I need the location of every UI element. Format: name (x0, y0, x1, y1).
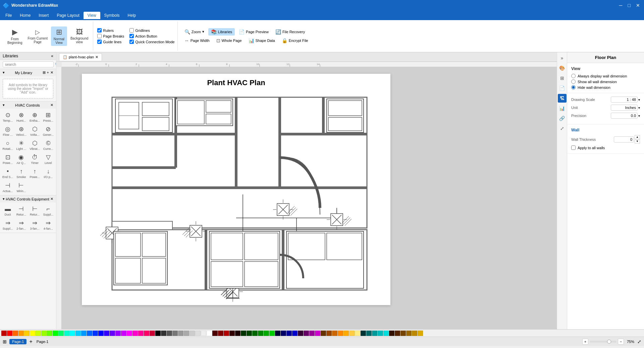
color-swatch[interactable] (172, 331, 178, 336)
color-swatch[interactable] (332, 331, 337, 336)
color-swatch[interactable] (93, 331, 98, 336)
color-swatch[interactable] (41, 331, 47, 336)
symbol-temp[interactable]: ⊙Temp... (1, 110, 14, 123)
checkbox-quick-connection[interactable]: Quick Connection Mode (129, 40, 174, 44)
color-swatch[interactable] (87, 331, 92, 336)
color-swatch[interactable] (235, 331, 240, 336)
right-icon-link[interactable]: 🔗 (558, 114, 567, 123)
color-swatch[interactable] (286, 331, 292, 336)
color-swatch[interactable] (13, 331, 18, 336)
symbol-return2[interactable]: ⊢Retur... (29, 204, 41, 217)
radio-hide[interactable]: Hide wall dimension (571, 85, 640, 90)
my-library-header[interactable]: ▾ My Library ⊞ + ✕ (0, 69, 56, 76)
ribbon-btn-from-beginning[interactable]: ▶ FromBeginning (5, 26, 24, 46)
color-swatch[interactable] (309, 331, 315, 336)
menu-insert[interactable]: Insert (35, 12, 53, 19)
minimize-btn[interactable]: ─ (618, 3, 624, 8)
ribbon-btn-background-view[interactable]: 🖼 Backgroundview (68, 27, 90, 45)
symbol-return1[interactable]: ⊣Retur... (15, 204, 28, 217)
color-swatch[interactable] (406, 331, 412, 336)
apply-to-all-walls-checkbox[interactable]: Apply to all walls (571, 146, 640, 150)
symbol-iop[interactable]: ↓I/O p... (42, 166, 55, 180)
ribbon-btn-from-current[interactable]: ▷ From CurrentPage (25, 27, 49, 45)
color-swatch[interactable] (349, 331, 355, 336)
close-btn[interactable]: ✕ (635, 3, 641, 8)
color-swatch[interactable] (275, 331, 280, 336)
symbol-duct[interactable]: ▬Duct (1, 204, 14, 217)
zoom-in-btn[interactable]: + (582, 339, 588, 345)
symbol-light[interactable]: ✳Light ... (15, 138, 28, 152)
canvas-area[interactable]: 📋 plant-hvac-plan ✕ -2 0 2 4 6 8 10 12 1… (56, 52, 557, 329)
color-swatch[interactable] (47, 331, 52, 336)
color-swatch[interactable] (110, 331, 115, 336)
color-swatch[interactable] (252, 331, 258, 336)
ribbon-btn-shape-data[interactable]: 📊 Shape Data (246, 37, 278, 44)
color-swatch[interactable] (138, 331, 144, 336)
symbol-level[interactable]: ▽Level (42, 152, 55, 166)
symbol-smoke[interactable]: ↑Smoke (15, 166, 28, 180)
color-swatch[interactable] (321, 331, 326, 336)
canvas-tab[interactable]: 📋 plant-hvac-plan ✕ (59, 53, 102, 61)
color-swatch[interactable] (315, 331, 320, 336)
color-swatch[interactable] (144, 331, 149, 336)
ribbon-btn-encrypt-file[interactable]: 🔒 Encrypt File (279, 37, 311, 44)
color-swatch[interactable] (366, 331, 372, 336)
symbol-flow[interactable]: ◎Flow ... (1, 124, 14, 137)
color-swatch[interactable] (36, 331, 41, 336)
color-swatch[interactable] (184, 331, 189, 336)
symbol-wirin[interactable]: ⊢Wirin... (15, 180, 28, 194)
hvac-unit-1[interactable] (115, 99, 172, 132)
symbol-airq[interactable]: ◉Air Q... (15, 152, 28, 166)
checkbox-action-button[interactable]: Action Button (129, 34, 174, 38)
ribbon-btn-normal-view[interactable]: ⊞ NormalView (51, 26, 67, 46)
color-swatch[interactable] (343, 331, 349, 336)
color-swatch[interactable] (195, 331, 201, 336)
maximize-btn[interactable]: □ (627, 3, 632, 8)
color-swatch[interactable] (361, 331, 366, 336)
color-swatch[interactable] (178, 331, 183, 336)
color-swatch[interactable] (64, 331, 69, 336)
ribbon-btn-libraries[interactable]: 📚 Libraries (208, 28, 235, 36)
color-swatch[interactable] (18, 331, 24, 336)
hvac-controls-header[interactable]: ▾ HVAC Controls ✕ (0, 102, 56, 109)
color-swatch[interactable] (281, 331, 286, 336)
symbol-humi[interactable]: ⊗Humi... (15, 110, 28, 123)
menu-symbols[interactable]: Symbols (100, 12, 124, 19)
color-swatch[interactable] (190, 331, 195, 336)
precision-dropdown[interactable]: ▾ (638, 114, 640, 118)
tab-close-btn[interactable]: ✕ (95, 55, 98, 59)
right-icon-expand[interactable]: » (558, 54, 567, 62)
add-page-btn[interactable]: + (29, 339, 32, 345)
right-icon-layers[interactable]: 🏗 (558, 94, 567, 103)
hvac-lower-unit-1[interactable] (114, 231, 167, 285)
wall-thickness-input[interactable] (614, 136, 634, 142)
ribbon-btn-whole-page[interactable]: ⊡ Whole Page (214, 37, 245, 44)
wall-thickness-up[interactable]: ▲ (635, 135, 640, 139)
right-icon-page[interactable]: 📄 (558, 84, 567, 93)
color-swatch[interactable] (304, 331, 309, 336)
color-swatch[interactable] (395, 331, 400, 336)
color-swatch[interactable] (201, 331, 206, 336)
symbol-timer[interactable]: ⏱Timer (29, 152, 41, 166)
color-swatch[interactable] (53, 331, 58, 336)
color-swatch[interactable] (338, 331, 343, 336)
color-swatch[interactable] (418, 331, 423, 336)
radio-show-all[interactable]: Show all wall dimension (571, 79, 640, 84)
color-swatch[interactable] (1, 331, 7, 336)
color-swatch[interactable] (241, 331, 246, 336)
color-swatch[interactable] (264, 331, 269, 336)
color-swatch[interactable] (155, 331, 161, 336)
menu-file[interactable]: File (1, 12, 16, 19)
color-swatch[interactable] (378, 331, 383, 336)
color-swatch[interactable] (161, 331, 166, 336)
color-swatch[interactable] (30, 331, 35, 336)
color-swatch[interactable] (224, 331, 229, 336)
color-swatch[interactable] (75, 331, 81, 336)
color-swatch[interactable] (355, 331, 360, 336)
color-swatch[interactable] (98, 331, 104, 336)
color-swatch[interactable] (269, 331, 275, 336)
checkbox-rulers[interactable]: Rulers (97, 28, 124, 33)
sidebar-collapse-btn[interactable]: « (51, 54, 53, 58)
precision-input[interactable] (611, 113, 638, 119)
symbol-power2[interactable]: ↑Powe... (29, 166, 41, 180)
